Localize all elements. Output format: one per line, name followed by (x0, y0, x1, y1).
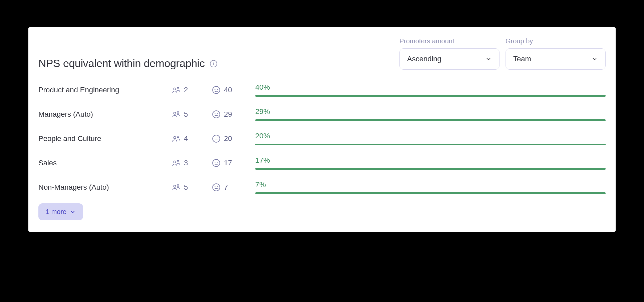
svg-point-2 (213, 62, 214, 62)
percent-label: 29% (255, 107, 606, 116)
percent-label: 7% (255, 180, 606, 189)
row-name: Managers (Auto) (38, 110, 172, 119)
sort-select[interactable]: Ascending (399, 48, 500, 70)
sort-label: Promoters amount (399, 37, 500, 45)
svg-point-10 (213, 111, 220, 118)
table-row: Managers (Auto)52929% (38, 107, 606, 121)
svg-point-8 (174, 112, 176, 114)
score-stat: 17 (212, 159, 255, 167)
svg-point-14 (174, 136, 176, 139)
percent-label: 20% (255, 132, 606, 140)
chevron-down-icon (485, 56, 492, 62)
svg-point-21 (177, 160, 179, 162)
bar-zone: 17% (255, 156, 606, 170)
people-icon (172, 134, 181, 143)
group-value: Team (513, 55, 531, 63)
svg-point-3 (174, 88, 176, 90)
rows-container: Product and Engineering24040%Managers (A… (38, 83, 606, 194)
bar-zone: 7% (255, 180, 606, 194)
face-happy-icon (212, 86, 221, 94)
group-select[interactable]: Team (506, 48, 606, 70)
score-stat: 7 (212, 183, 255, 192)
score-value: 20 (224, 134, 232, 143)
svg-point-28 (213, 184, 220, 191)
people-stat: 2 (172, 86, 212, 94)
face-neutral-icon (212, 110, 221, 119)
people-icon (172, 110, 181, 119)
percent-label: 40% (255, 83, 606, 92)
show-more-label: 1 more (46, 208, 66, 216)
table-row: People and Culture42020% (38, 132, 606, 145)
people-count: 3 (184, 159, 188, 167)
row-name: People and Culture (38, 134, 172, 143)
people-stat: 3 (172, 159, 212, 167)
sort-value: Ascending (407, 55, 441, 63)
table-row: Non-Managers (Auto)577% (38, 180, 606, 194)
bar-zone: 40% (255, 83, 606, 97)
score-value: 17 (224, 159, 232, 167)
svg-point-20 (174, 161, 176, 163)
svg-point-9 (177, 111, 179, 113)
face-neutral-icon (212, 183, 221, 192)
bar (255, 119, 606, 121)
people-count: 4 (184, 134, 188, 143)
people-count: 2 (184, 86, 188, 94)
bar-zone: 20% (255, 132, 606, 145)
table-row: Product and Engineering24040% (38, 83, 606, 97)
nps-demographic-card: NPS equivalent within demographic Promot… (28, 27, 616, 232)
svg-point-6 (215, 89, 215, 89)
bar-zone: 29% (255, 107, 606, 121)
people-stat: 4 (172, 134, 212, 143)
svg-point-15 (177, 136, 179, 137)
people-stat: 5 (172, 110, 212, 119)
bar (255, 144, 606, 145)
svg-point-22 (213, 159, 220, 167)
card-title: NPS equivalent within demographic (38, 57, 205, 70)
people-stat: 5 (172, 183, 212, 192)
table-row: Sales31717% (38, 156, 606, 170)
bar (255, 192, 606, 194)
controls: Promoters amount Ascending Group by Team (399, 37, 606, 70)
people-icon (172, 86, 181, 94)
info-icon[interactable] (210, 60, 218, 68)
score-value: 7 (224, 183, 228, 192)
svg-point-27 (177, 184, 179, 186)
score-stat: 29 (212, 110, 255, 119)
row-name: Product and Engineering (38, 86, 172, 94)
bar (255, 168, 606, 170)
percent-label: 17% (255, 156, 606, 165)
row-name: Non-Managers (Auto) (38, 183, 172, 192)
show-more-button[interactable]: 1 more (38, 203, 83, 220)
svg-point-7 (217, 89, 218, 89)
score-value: 29 (224, 110, 232, 119)
row-name: Sales (38, 159, 172, 167)
svg-point-4 (177, 87, 179, 89)
face-neutral-icon (212, 159, 221, 167)
svg-point-26 (174, 185, 176, 187)
people-count: 5 (184, 110, 188, 119)
chevron-down-icon (591, 56, 598, 62)
card-header: NPS equivalent within demographic Promot… (38, 37, 606, 70)
group-label: Group by (506, 37, 606, 45)
bar (255, 95, 606, 97)
people-count: 5 (184, 183, 188, 192)
chevron-down-icon (70, 209, 76, 215)
svg-point-5 (213, 86, 220, 94)
face-neutral-icon (212, 134, 221, 143)
score-stat: 20 (212, 134, 255, 143)
score-stat: 40 (212, 86, 255, 94)
people-icon (172, 159, 181, 167)
svg-point-16 (213, 135, 220, 142)
score-value: 40 (224, 86, 232, 94)
people-icon (172, 183, 181, 192)
